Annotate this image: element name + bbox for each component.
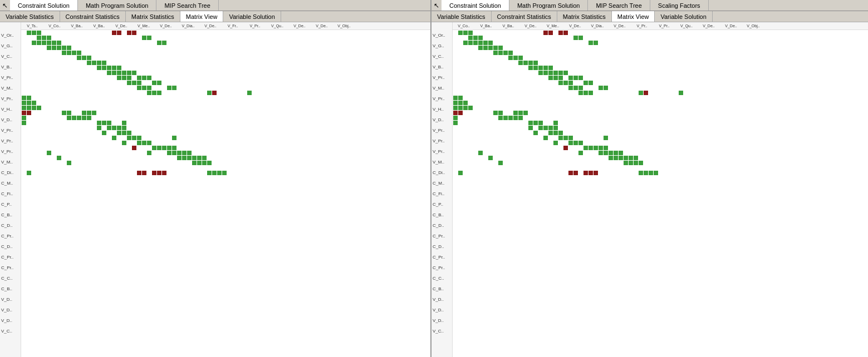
row-label: V_Pr.. xyxy=(0,72,21,83)
row-label: C_Pr.. xyxy=(431,231,452,241)
left-row-labels: V_Or..V_G..V_C..V_B..V_Pr..V_M..V_Pr..V_… xyxy=(0,22,21,357)
row-label: V_D.. xyxy=(0,305,21,315)
row-label: V_C.. xyxy=(431,51,452,62)
col-label: V_De.. xyxy=(288,22,311,29)
col-label: V_De.. xyxy=(155,22,177,29)
row-label: V_D.. xyxy=(0,315,21,326)
row-label: V_Pr.. xyxy=(431,125,452,136)
row-label: V_C.. xyxy=(0,326,21,336)
row-label: V_Pr.. xyxy=(431,93,452,104)
left-subtab-variable-solution[interactable]: Variable Solution xyxy=(223,11,281,22)
row-label: C_M.. xyxy=(431,178,452,189)
right-tab-constraint-solution[interactable]: Constraint Solution xyxy=(442,0,509,11)
row-label: V_Pr.. xyxy=(0,136,21,146)
row-label: C_Pr.. xyxy=(0,231,21,241)
row-label: V_Or.. xyxy=(0,30,21,41)
col-label: V_De.. xyxy=(199,22,222,29)
col-label: V_Co.. xyxy=(453,22,475,29)
right-top-tabs: ↖ Constraint Solution Math Program Solut… xyxy=(431,0,868,11)
row-label: C_P.. xyxy=(0,199,21,210)
row-label: V_H.. xyxy=(0,104,21,115)
cursor-left: ↖ xyxy=(0,0,10,11)
row-label: V_M.. xyxy=(0,83,21,93)
right-tab-math-program[interactable]: Math Program Solution xyxy=(509,0,589,11)
row-label: C_Di.. xyxy=(0,167,21,178)
row-label: V_D.. xyxy=(431,294,452,305)
left-tab-math-program[interactable]: Math Program Solution xyxy=(78,0,157,11)
left-subtab-matrix-view[interactable]: Matrix View xyxy=(180,11,224,22)
right-sub-tabs: Variable Statistics Constraint Statistic… xyxy=(431,11,868,22)
row-label: C_D.. xyxy=(431,241,452,252)
row-label: V_Pr.. xyxy=(431,146,452,157)
row-label: V_Or.. xyxy=(431,30,452,41)
right-panel: ↖ Constraint Solution Math Program Solut… xyxy=(431,0,868,357)
left-top-tabs: ↖ Constraint Solution Math Program Solut… xyxy=(0,0,430,11)
col-label: V_De.. xyxy=(110,22,133,29)
row-label: C_Pr.. xyxy=(431,262,452,273)
cursor-right: ↖ xyxy=(431,0,442,11)
row-label: V_Pr.. xyxy=(0,125,21,136)
right-tab-mip-search[interactable]: MIP Search Tree xyxy=(588,0,650,11)
col-label: V_De.. xyxy=(564,22,586,29)
row-label: V_C.. xyxy=(0,51,21,62)
row-label: V_Pr.. xyxy=(431,72,452,83)
row-label: V_D.. xyxy=(0,115,21,125)
row-label: C_B.. xyxy=(0,210,21,220)
col-label: V_Ts.. xyxy=(21,22,43,29)
row-label: C_C.. xyxy=(431,273,452,284)
left-col-labels: V_Ts..V_Co..V_Ba..V_Ba..V_De..V_Me..V_De… xyxy=(21,22,430,30)
col-label: V_De.. xyxy=(698,22,720,29)
row-label: C_B.. xyxy=(431,284,452,294)
col-label: V_Qu.. xyxy=(675,22,698,29)
row-label: V_M.. xyxy=(431,157,452,167)
right-matrix-canvas xyxy=(453,30,868,357)
row-label: V_D.. xyxy=(431,315,452,326)
col-label: V_Ba.. xyxy=(475,22,497,29)
row-label: V_G.. xyxy=(0,41,21,51)
col-label: V_Me.. xyxy=(542,22,564,29)
col-label: V_Dia.. xyxy=(586,22,609,29)
col-label: V_Co.. xyxy=(43,22,66,29)
col-label: V_Dia.. xyxy=(177,22,199,29)
row-label: C_D.. xyxy=(0,220,21,231)
row-label: V_D.. xyxy=(431,305,452,315)
right-subtab-constraint-stats[interactable]: Constraint Statistics xyxy=(492,11,557,22)
left-subtab-matrix-stats[interactable]: Matrix Statistics xyxy=(126,11,180,22)
col-label: V_Pr.. xyxy=(653,22,675,29)
right-subtab-matrix-stats[interactable]: Matrix Statistics xyxy=(557,11,612,22)
row-label: V_H.. xyxy=(431,104,452,115)
right-tab-scaling-factors[interactable]: Scaling Factors xyxy=(650,0,709,11)
row-label: V_Pr.. xyxy=(0,146,21,157)
row-label: V_B.. xyxy=(0,62,21,72)
left-tab-mip-search[interactable]: MIP Search Tree xyxy=(156,0,218,11)
row-label: C_Pr.. xyxy=(431,252,452,262)
row-label: C_Pr.. xyxy=(0,262,21,273)
row-label: V_B.. xyxy=(431,62,452,72)
right-canvas-area[interactable] xyxy=(453,30,868,357)
col-label: V_Ba.. xyxy=(88,22,110,29)
left-subtab-constraint-stats[interactable]: Constraint Statistics xyxy=(60,11,126,22)
left-matrix-canvas xyxy=(21,30,430,357)
row-label: C_M.. xyxy=(0,178,21,189)
row-label: C_P.. xyxy=(431,199,452,210)
col-label: V_Fr.. xyxy=(222,22,244,29)
row-label: V_M.. xyxy=(431,83,452,93)
left-matrix-content[interactable]: V_Ts..V_Co..V_Ba..V_Ba..V_De..V_Me..V_De… xyxy=(21,22,430,357)
col-label: V_Obj.. xyxy=(742,22,764,29)
col-label: V_De.. xyxy=(311,22,333,29)
row-label: V_M.. xyxy=(0,157,21,167)
row-label: V_Pr.. xyxy=(431,136,452,146)
row-label: C_C.. xyxy=(0,273,21,284)
row-label: V_G.. xyxy=(431,41,452,51)
left-canvas-area[interactable] xyxy=(21,30,430,357)
right-subtab-matrix-view[interactable]: Matrix View xyxy=(612,11,655,22)
left-tab-constraint-solution[interactable]: Constraint Solution xyxy=(10,0,78,11)
right-matrix-content[interactable]: V_Co..V_Ba..V_Ba..V_De..V_Me..V_De..V_Di… xyxy=(453,22,868,357)
row-label: C_B.. xyxy=(0,284,21,294)
row-label: V_D.. xyxy=(431,115,452,125)
left-subtab-variable-stats[interactable]: Variable Statistics xyxy=(0,11,60,22)
col-label: V_De.. xyxy=(720,22,742,29)
left-panel: ↖ Constraint Solution Math Program Solut… xyxy=(0,0,431,357)
right-subtab-variable-solution[interactable]: Variable Solution xyxy=(655,11,712,22)
right-subtab-variable-stats[interactable]: Variable Statistics xyxy=(431,11,492,22)
